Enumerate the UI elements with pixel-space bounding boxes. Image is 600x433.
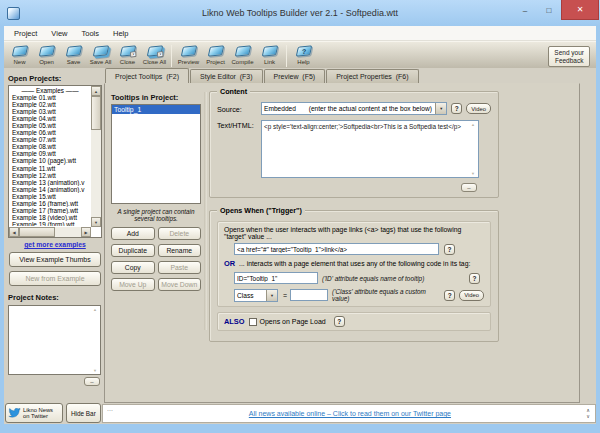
list-item[interactable]: Example 19 (form).wtt xyxy=(10,221,90,226)
list-item[interactable]: Example 17 (frame).wtt xyxy=(10,207,90,214)
list-item[interactable]: Example 15.wtt xyxy=(10,193,90,200)
list-item[interactable]: Example 07.wtt xyxy=(10,136,90,143)
page-load-help-button[interactable]: ? xyxy=(334,316,345,327)
paste-button: Paste xyxy=(158,261,202,274)
toolbar-open-button[interactable]: Open xyxy=(33,43,60,65)
view-example-thumbs-button[interactable]: View Example Thumbs xyxy=(9,252,101,267)
scrollbar-thumb[interactable] xyxy=(19,227,55,237)
list-item[interactable]: Example 16 (frame).wtt xyxy=(10,200,90,207)
collapse-notes-button[interactable]: – xyxy=(84,377,100,386)
list-item[interactable]: Example 18 (video).wtt xyxy=(10,214,90,221)
sidebar-bottom-bar: Likno News on Twitter Hide Bar xyxy=(4,402,102,424)
class-value-input[interactable] xyxy=(290,289,328,301)
target-value-input[interactable] xyxy=(234,243,439,255)
add-button[interactable]: Add xyxy=(111,227,155,240)
list-item[interactable]: Example 02.wtt xyxy=(10,101,90,108)
tooltips-list: Tooltip_1 xyxy=(111,104,201,204)
news-button-line2: on Twitter xyxy=(23,413,48,419)
toolbar-new-button[interactable]: New xyxy=(6,43,33,65)
tab-project-tooltips[interactable]: Project Tooltips (F2) xyxy=(105,68,189,83)
window-title: Likno Web Tooltips Builder ver 2.1 - Sof… xyxy=(0,8,600,18)
panel-splitter[interactable] xyxy=(204,92,207,330)
list-item[interactable]: —— Examples —— xyxy=(10,87,90,94)
source-dropdown[interactable]: Embedded (enter the actual content at th… xyxy=(261,102,447,115)
scroll-right-icon[interactable]: ▶ xyxy=(81,227,91,237)
tab-style-editor[interactable]: Style Editor (F3) xyxy=(190,69,263,83)
source-label: Source: xyxy=(217,104,261,114)
list-item[interactable]: Example 06.wtt xyxy=(10,129,90,136)
text-html-label: Text/HTML: xyxy=(217,120,261,130)
toolbar-link-button[interactable]: Link xyxy=(256,43,283,65)
toolbar-label: Save All xyxy=(90,59,112,65)
text-html-input[interactable]: <p style='text-align:center;'>Softpedia<… xyxy=(263,122,469,176)
app-window: Likno Web Tooltips Builder ver 2.1 - Sof… xyxy=(0,0,600,433)
list-item[interactable]: Example 12.wtt xyxy=(10,172,90,179)
toolbar-help-button[interactable]: ? Help xyxy=(290,43,317,65)
menu-project[interactable]: Project xyxy=(7,29,44,38)
list-item[interactable]: Example 09.wtt xyxy=(10,150,90,157)
tab-preview[interactable]: Preview (F5) xyxy=(264,69,326,83)
hide-bar-button[interactable]: Hide Bar xyxy=(66,403,101,423)
project-icon xyxy=(207,45,224,56)
also-box: ALSO Opens on Page Load ? xyxy=(217,312,491,331)
tab-project-properties[interactable]: Project Properties (F6) xyxy=(326,69,418,83)
scroll-up-icon[interactable]: ▲ xyxy=(91,86,101,96)
close-all-icon: x xyxy=(146,45,163,56)
trigger-group: Opens When ("Trigger") Opens when the us… xyxy=(209,210,499,342)
scroll-left-icon[interactable]: ◀ xyxy=(9,227,19,237)
attribute-dropdown[interactable]: Class ▼ xyxy=(234,289,278,302)
duplicate-button[interactable]: Duplicate xyxy=(111,244,155,257)
send-feedback-button[interactable]: Send your Feedback xyxy=(548,46,590,67)
menu-help[interactable]: Help xyxy=(106,29,135,38)
news-link[interactable]: All news available online – Click to rea… xyxy=(117,410,583,417)
list-item[interactable]: Example 05.wtt xyxy=(10,122,90,129)
toolbar-compile-button[interactable]: Compile xyxy=(229,43,256,65)
id-help-button[interactable]: ? xyxy=(469,273,480,284)
get-more-examples-link[interactable]: get more examples xyxy=(8,241,102,248)
toolbar: New Open Save Save All x Close x Close A… xyxy=(4,41,596,68)
list-item[interactable]: Example 10 (page).wtt xyxy=(10,157,90,164)
toolbar-preview-button[interactable]: Preview xyxy=(175,43,202,65)
minimize-button[interactable]: – xyxy=(513,0,537,20)
list-item[interactable]: Example 13 (animation).v xyxy=(10,179,90,186)
list-item[interactable]: Example 11.wtt xyxy=(10,165,90,172)
copy-button[interactable]: Copy xyxy=(111,261,155,274)
scrollbar-thumb[interactable] xyxy=(91,96,101,130)
list-item[interactable]: Example 08.wtt xyxy=(10,143,90,150)
id-attribute-input[interactable] xyxy=(234,272,318,284)
move-up-button: Move Up xyxy=(111,278,155,291)
close-button[interactable]: ✕ xyxy=(561,0,599,20)
toolbar-save-all-button[interactable]: Save All xyxy=(87,43,114,65)
toolbar-close-all-button[interactable]: x Close All xyxy=(141,43,168,65)
project-notes-input[interactable] xyxy=(10,307,99,373)
toolbar-save-button[interactable]: Save xyxy=(60,43,87,65)
likno-news-twitter-button[interactable]: Likno News on Twitter xyxy=(5,403,63,423)
page-load-checkbox[interactable] xyxy=(249,318,257,326)
text-html-box: <p style='text-align:center;'>Softpedia<… xyxy=(261,120,479,178)
texthtml-scrollbar: ▲ ▼ xyxy=(469,122,477,176)
class-video-button[interactable]: Video xyxy=(459,290,484,301)
scroll-down-icon[interactable]: ▼ xyxy=(91,217,101,227)
list-item[interactable]: Example 03.wtt xyxy=(10,108,90,115)
source-help-button[interactable]: ? xyxy=(451,103,462,114)
toolbar-label: Link xyxy=(264,59,275,65)
id-hint: ('ID' attribute equals name of tooltip) xyxy=(322,275,465,282)
vertical-scrollbar[interactable]: ▲ ▼ xyxy=(91,86,101,227)
news-down-icon[interactable]: ∨ xyxy=(583,414,593,420)
target-help-button[interactable]: ? xyxy=(444,244,455,255)
list-item[interactable]: Example 01.wtt xyxy=(10,94,90,101)
class-help-button[interactable]: ? xyxy=(444,290,455,301)
toolbar-close-button[interactable]: x Close xyxy=(114,43,141,65)
toolbar-project-button[interactable]: Project xyxy=(202,43,229,65)
maximize-button[interactable]: □ xyxy=(537,0,561,20)
source-video-button[interactable]: Video xyxy=(466,103,491,114)
scroll-down-icon: ▼ xyxy=(471,171,475,176)
rename-button[interactable]: Rename xyxy=(158,244,202,257)
tooltip-list-item[interactable]: Tooltip_1 xyxy=(112,105,200,114)
menu-view[interactable]: View xyxy=(44,29,74,38)
list-item[interactable]: Example 04.wtt xyxy=(10,115,90,122)
collapse-content-button[interactable]: – xyxy=(461,183,477,192)
menu-tools[interactable]: Tools xyxy=(74,29,106,38)
list-item[interactable]: Example 14 (animation).v xyxy=(10,186,90,193)
horizontal-scrollbar[interactable]: ◀ ▶ xyxy=(9,227,91,237)
